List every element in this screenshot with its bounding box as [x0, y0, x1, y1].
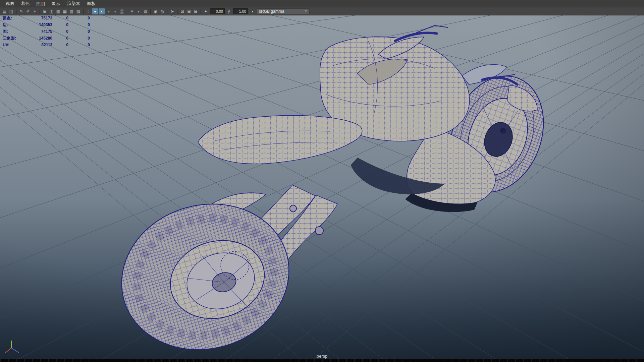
hud-component-count: 0 — [68, 43, 90, 47]
hud-value: 75173 — [27, 16, 52, 20]
hud-row-edges: 边: 149353 0 0 — [3, 21, 90, 28]
toolbar-separator — [40, 9, 40, 14]
wireframe-on-shaded-icon[interactable]: ◒ — [112, 8, 118, 14]
hud-component-count: 0 — [68, 29, 90, 34]
hud-component-count: 0 — [68, 22, 90, 27]
poly-count-hud: 顶点: 75173 0 0 边: 149353 0 0 面: 74175 0 0… — [3, 15, 90, 48]
hud-label: 顶点: — [3, 15, 27, 21]
hud-selected-count: 0 — [52, 22, 68, 27]
use-default-material-icon[interactable]: ◑ — [105, 8, 112, 14]
hud-row-uvs: UV: 82113 0 0 — [3, 42, 90, 48]
gamma-field[interactable] — [233, 8, 248, 14]
select-cursor-icon[interactable]: ➤ — [169, 8, 175, 14]
hud-row-vertices: 顶点: 75173 0 0 — [3, 15, 90, 21]
two-pane-layout-icon[interactable]: ▥ — [55, 8, 61, 14]
hud-value: 145280 — [27, 36, 52, 41]
toolbar-separator — [201, 9, 201, 14]
viewport-vignette — [0, 0, 644, 362]
camera-name-label: persp — [0, 354, 644, 359]
hud-row-faces: 面: 74175 0 0 — [3, 28, 90, 35]
hud-value: 82113 — [27, 43, 52, 47]
axis-x-icon — [5, 348, 11, 353]
hud-selected-count: 0 — [52, 29, 68, 34]
depth-of-field-icon[interactable]: ◎ — [159, 8, 165, 14]
time-slider-strip[interactable] — [0, 359, 644, 362]
panel-menubar: 视图 着色 照明 显示 渲染器 面板 — [0, 0, 644, 7]
screen-space-ao-icon[interactable]: ◍ — [142, 8, 149, 14]
view-transform-value: sRGB gamma — [259, 9, 284, 14]
menu-shading[interactable]: 着色 — [17, 0, 33, 7]
three-pane-layout-icon[interactable]: ▦ — [62, 8, 68, 14]
toolbar-separator — [127, 9, 127, 14]
hud-selected-count: 0 — [52, 16, 68, 20]
panel-toolbox-icon[interactable]: ◫ — [8, 8, 14, 14]
view-transform-dropdown[interactable]: sRGB gamma ▼ — [257, 8, 310, 14]
viewport-toolbar: ▤◫ ✎✐⌖ ⊞◫▥▦▧▨ ◌●◐◑◒▒ ☀◗◍ ◉◎ ➤ ⊡⊞⊟ ✦ γ ◑ … — [0, 7, 644, 15]
menu-view[interactable]: 视图 — [2, 0, 17, 7]
hud-component-count: 0 — [68, 16, 90, 20]
axis-z-icon — [11, 348, 19, 353]
wireframe-shading-icon[interactable]: ◌ — [85, 8, 92, 14]
menu-panels[interactable]: 面板 — [84, 0, 99, 7]
smooth-shade-icon[interactable]: ● — [92, 8, 98, 14]
maya-viewport-window: 视图 着色 照明 显示 渲染器 面板 ▤◫ ✎✐⌖ ⊞◫▥▦▧▨ ◌●◐◑◒▒ … — [0, 0, 644, 362]
toolbar-separator — [167, 9, 167, 14]
hud-selected-count: 0 — [52, 36, 68, 41]
hud-label: 边: — [3, 22, 27, 28]
hud-label: 三角形: — [3, 36, 27, 41]
xray-icon[interactable]: ▒ — [119, 8, 125, 14]
chevron-down-icon: ▼ — [305, 10, 307, 13]
curve-snap-icon[interactable]: ✐ — [25, 8, 31, 14]
isolate-select-icon[interactable]: ⊡ — [179, 8, 185, 14]
hud-value: 74175 — [27, 29, 52, 34]
grid-toggle-icon[interactable]: ⊞ — [42, 8, 48, 14]
toolbar-separator — [150, 9, 151, 14]
isolate-remove-icon[interactable]: ⊟ — [193, 8, 199, 14]
menu-lighting[interactable]: 照明 — [33, 0, 48, 7]
viewport-3d[interactable] — [0, 0, 644, 362]
menu-renderer[interactable]: 渲染器 — [64, 0, 84, 7]
grease-pencil-icon[interactable]: ✎ — [18, 8, 24, 14]
textured-shade-icon[interactable]: ◐ — [99, 8, 105, 14]
menu-show[interactable]: 显示 — [48, 0, 64, 7]
gamma-icon[interactable]: γ — [226, 8, 232, 14]
hud-component-count: 0 — [68, 36, 90, 41]
exposure-field[interactable] — [210, 8, 225, 14]
toolbar-separator — [177, 9, 177, 14]
hud-label: UV: — [3, 43, 27, 47]
toolbar-separator — [83, 9, 84, 14]
antialiasing-icon[interactable]: ◉ — [152, 8, 159, 14]
shadows-icon[interactable]: ◗ — [136, 8, 142, 14]
panel-layout-icon[interactable]: ▤ — [1, 8, 8, 14]
marker-tool-icon[interactable]: ⌖ — [32, 8, 38, 14]
four-pane-layout-icon[interactable]: ▧ — [68, 8, 75, 14]
toolbar-separator — [16, 9, 16, 14]
hud-row-triangles: 三角形: 145280 0 0 — [3, 35, 90, 42]
isolate-add-icon[interactable]: ⊞ — [186, 8, 192, 14]
single-pane-layout-icon[interactable]: ◫ — [48, 8, 55, 14]
use-all-lights-icon[interactable]: ☀ — [129, 8, 135, 14]
color-management-icon[interactable]: ◑ — [249, 8, 255, 14]
hud-selected-count: 0 — [52, 43, 68, 47]
outliner-layout-icon[interactable]: ▨ — [75, 8, 82, 14]
hud-value: 149353 — [27, 22, 52, 27]
exposure-icon[interactable]: ✦ — [203, 8, 209, 14]
hud-label: 面: — [3, 29, 27, 35]
